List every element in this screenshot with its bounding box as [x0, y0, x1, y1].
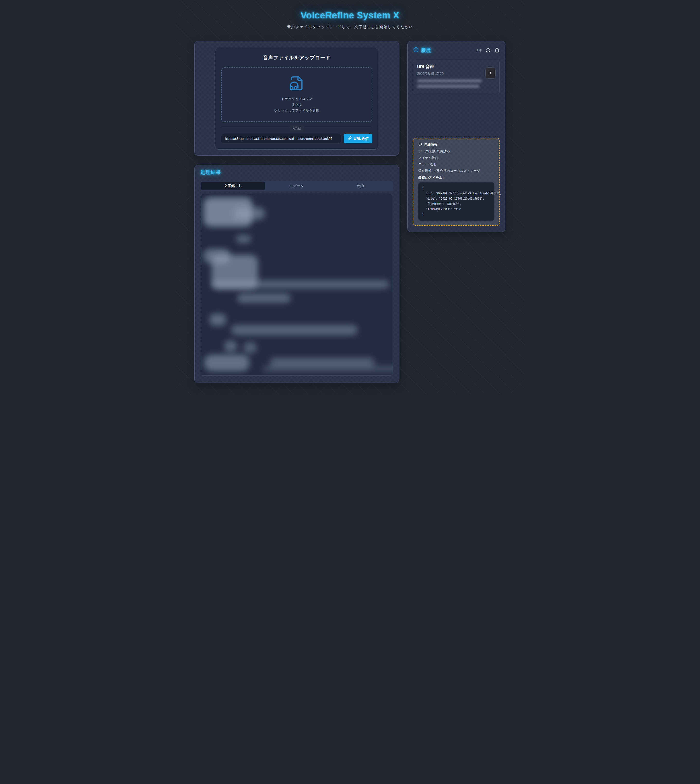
redacted-preview-line: [417, 85, 479, 88]
redacted-text-blob: [236, 235, 251, 243]
info-icon: [418, 142, 422, 147]
detail-row: データ状態: 取得済み: [418, 149, 494, 154]
dropzone-line: クリックしてファイルを選択: [274, 108, 319, 114]
redacted-text-blob: [224, 341, 237, 352]
url-submit-button[interactable]: URL送信: [344, 134, 372, 144]
detail-row: アイテム数: 1: [418, 155, 494, 160]
redacted-text-blob: [204, 354, 249, 371]
main-layout: 音声ファイルをアップロード: [175, 41, 525, 383]
history-title: 履歴: [421, 47, 431, 53]
history-panel: 履歴 1件: [407, 41, 505, 232]
results-tab[interactable]: 生データ: [265, 182, 328, 190]
details-heading-label: 詳細情報:: [424, 142, 439, 147]
code-line: "id": "09e46fc3-3755-4941-9ffa-34f2eb150…: [422, 191, 490, 196]
redacted-text-blob: [243, 342, 257, 354]
trash-icon: [495, 48, 499, 52]
history-item-main: URL音声 2025/03/15 17:20: [417, 64, 485, 90]
history-item-name: URL音声: [417, 64, 482, 70]
link-icon: [348, 136, 352, 141]
dropzone-line: または: [274, 102, 319, 108]
code-line: "date": "2025-03-15T08:20:05.566Z",: [422, 196, 490, 202]
code-line: {: [422, 186, 490, 191]
url-submit-label: URL送信: [353, 136, 368, 141]
url-input[interactable]: [221, 134, 341, 144]
left-column: 音声ファイルをアップロード: [195, 41, 399, 383]
history-header: 履歴 1件: [413, 47, 500, 53]
refresh-button[interactable]: [486, 48, 490, 52]
dropzone-line: ドラッグ＆ドロップ: [274, 96, 319, 102]
file-dropzone[interactable]: ドラッグ＆ドロップまたはクリックしてファイルを選択: [221, 67, 372, 122]
redacted-text-blob: [237, 293, 291, 303]
results-content-panel: [200, 194, 393, 376]
clock-icon: [413, 47, 418, 53]
app-title: VoiceRefine System X: [175, 10, 525, 21]
refresh-icon: [486, 48, 490, 52]
detail-row: エラー: なし: [418, 162, 494, 167]
detail-row: 保存場所: ブラウザのローカルストレージ: [418, 169, 494, 173]
file-audio-icon: [289, 75, 305, 92]
details-heading: 詳細情報:: [418, 142, 494, 147]
results-tab[interactable]: 文字起こし: [201, 182, 265, 190]
first-item-label: 最初のアイテム:: [418, 176, 494, 180]
code-line: "summaryExists": true: [422, 207, 490, 212]
details-rows: データ状態: 取得済みアイテム数: 1エラー: なし保存場所: ブラウザのローカ…: [418, 149, 494, 173]
app-header: VoiceRefine System X 音声ファイルをアップロードして、文字起…: [175, 10, 525, 30]
history-item-date: 2025/03/15 17:20: [417, 72, 482, 75]
results-title: 処理結果: [200, 169, 393, 176]
redacted-text-blob: [233, 207, 265, 220]
history-item[interactable]: URL音声 2025/03/15 17:20: [413, 60, 500, 94]
delete-history-button[interactable]: [495, 48, 499, 52]
results-tab[interactable]: 要約: [328, 182, 392, 190]
results-tabbar: 文字起こし生データ要約: [200, 181, 393, 191]
page: VoiceRefine System X 音声ファイルをアップロードして、文字起…: [175, 0, 525, 395]
history-count: 1件: [477, 48, 482, 52]
chevron-right-icon: [488, 71, 492, 75]
or-divider-label: または: [290, 125, 304, 132]
upload-section: 音声ファイルをアップロード: [195, 41, 399, 155]
redacted-text-blob: [209, 314, 226, 326]
open-history-item-button[interactable]: [485, 67, 496, 79]
redacted-text-blob: [231, 325, 358, 335]
details-box: 詳細情報: データ状態: 取得済みアイテム数: 1エラー: なし保存場所: ブラ…: [413, 138, 500, 226]
redacted-text-blob: [212, 280, 389, 288]
redacted-text-blob: [263, 366, 393, 371]
history-actions: 1件: [477, 48, 499, 52]
upload-inner-card: 音声ファイルをアップロード: [215, 48, 378, 150]
redacted-preview-line: [417, 79, 482, 82]
first-item-json: { "id": "09e46fc3-3755-4941-9ffa-34f2eb1…: [418, 182, 494, 221]
results-section: 処理結果 文字起こし生データ要約: [195, 165, 399, 383]
code-line: "fileName": "URL音声",: [422, 201, 490, 207]
app-subtitle: 音声ファイルをアップロードして、文字起こしを開始してください: [175, 25, 525, 30]
url-row: URL送信: [221, 134, 372, 144]
upload-title: 音声ファイルをアップロード: [221, 55, 372, 61]
dropzone-text: ドラッグ＆ドロップまたはクリックしてファイルを選択: [274, 96, 319, 113]
code-line: }: [422, 212, 490, 217]
history-item-preview: [417, 79, 482, 88]
or-divider: または: [221, 128, 372, 129]
